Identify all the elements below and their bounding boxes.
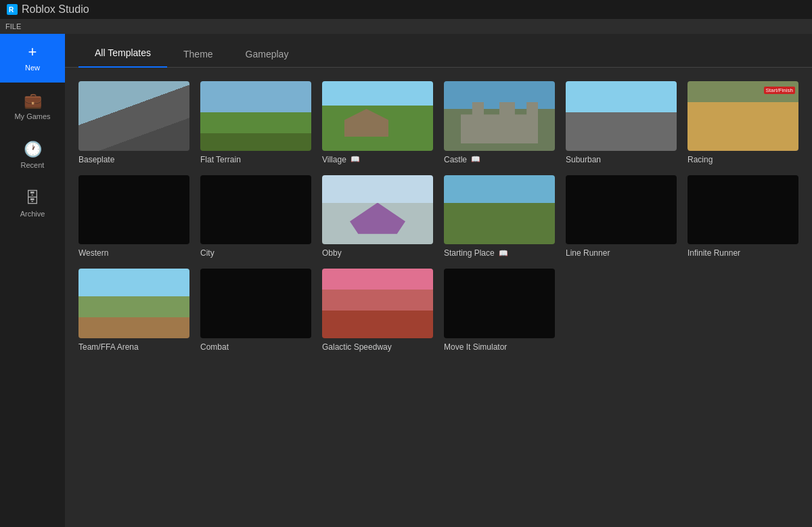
template-galactic-speedway[interactable]: Galactic Speedway bbox=[322, 269, 433, 352]
template-castle[interactable]: Castle 📖 bbox=[444, 81, 555, 164]
tab-gameplay[interactable]: Gameplay bbox=[229, 41, 305, 68]
template-team-ffa-arena-label: Team/FFA Arena bbox=[78, 342, 189, 352]
template-racing-thumb bbox=[687, 81, 798, 151]
template-starting-place[interactable]: Starting Place 📖 bbox=[444, 175, 555, 258]
clock-icon: 🕐 bbox=[24, 142, 42, 157]
tabs-bar: All Templates Theme Gameplay bbox=[65, 34, 812, 68]
template-infinite-runner-thumb bbox=[687, 175, 798, 245]
template-flat-terrain-label: Flat Terrain bbox=[200, 155, 311, 164]
template-team-ffa-arena[interactable]: Team/FFA Arena bbox=[78, 269, 189, 352]
archive-icon: 🗄 bbox=[25, 191, 40, 206]
template-starting-place-label: Starting Place 📖 bbox=[444, 248, 555, 258]
template-village-label: Village 📖 bbox=[322, 155, 433, 164]
sidebar: + New 💼 My Games 🕐 Recent 🗄 Archive bbox=[0, 34, 65, 527]
template-move-it-simulator[interactable]: Move It Simulator bbox=[444, 269, 555, 352]
template-western-thumb bbox=[78, 175, 189, 245]
template-flat-terrain-thumb bbox=[200, 81, 311, 151]
templates-grid: Baseplate Flat Terrain Village 📖 bbox=[78, 81, 798, 352]
tab-theme[interactable]: Theme bbox=[167, 41, 229, 68]
template-baseplate-thumb bbox=[78, 81, 189, 151]
template-baseplate-label: Baseplate bbox=[78, 155, 189, 164]
sidebar-item-new[interactable]: + New bbox=[0, 34, 65, 83]
template-racing-label: Racing bbox=[687, 155, 798, 164]
template-starting-place-thumb bbox=[444, 175, 555, 245]
starting-place-book-icon: 📖 bbox=[499, 249, 508, 258]
briefcase-icon: 💼 bbox=[24, 93, 42, 108]
template-village-thumb bbox=[322, 81, 433, 151]
template-obby[interactable]: Obby bbox=[322, 175, 433, 258]
sidebar-item-archive-label: Archive bbox=[20, 210, 45, 218]
template-suburban-label: Suburban bbox=[566, 155, 677, 164]
village-book-icon: 📖 bbox=[351, 155, 360, 164]
roblox-logo-icon: R bbox=[7, 4, 18, 15]
templates-area: Baseplate Flat Terrain Village 📖 bbox=[65, 68, 812, 527]
template-castle-label: Castle 📖 bbox=[444, 155, 555, 164]
template-combat-label: Combat bbox=[200, 342, 311, 352]
template-western[interactable]: Western bbox=[78, 175, 189, 258]
content-area: All Templates Theme Gameplay Baseplate F… bbox=[65, 34, 812, 527]
template-infinite-runner-label: Infinite Runner bbox=[687, 248, 798, 258]
svg-text:R: R bbox=[9, 6, 14, 14]
template-line-runner[interactable]: Line Runner bbox=[566, 175, 677, 258]
template-city[interactable]: City bbox=[200, 175, 311, 258]
template-team-ffa-arena-thumb bbox=[78, 269, 189, 338]
template-move-it-simulator-label: Move It Simulator bbox=[444, 342, 555, 352]
template-castle-thumb bbox=[444, 81, 555, 151]
sidebar-item-my-games[interactable]: 💼 My Games bbox=[0, 83, 65, 131]
template-suburban-thumb bbox=[566, 81, 677, 151]
app-title: Roblox Studio bbox=[22, 3, 89, 16]
sidebar-item-recent[interactable]: 🕐 Recent bbox=[0, 131, 65, 180]
template-line-runner-label: Line Runner bbox=[566, 248, 677, 258]
plus-icon: + bbox=[28, 45, 37, 60]
castle-book-icon: 📖 bbox=[471, 155, 480, 164]
main-layout: + New 💼 My Games 🕐 Recent 🗄 Archive All … bbox=[0, 34, 812, 527]
sidebar-item-archive[interactable]: 🗄 Archive bbox=[0, 180, 65, 229]
template-western-label: Western bbox=[78, 248, 189, 258]
template-village[interactable]: Village 📖 bbox=[322, 81, 433, 164]
title-bar: R Roblox Studio bbox=[0, 0, 812, 19]
sidebar-item-new-label: New bbox=[25, 64, 40, 72]
template-move-it-simulator-thumb bbox=[444, 269, 555, 338]
template-city-thumb bbox=[200, 175, 311, 245]
sidebar-item-recent-label: Recent bbox=[21, 161, 45, 169]
template-racing[interactable]: Racing bbox=[687, 81, 798, 164]
template-baseplate[interactable]: Baseplate bbox=[78, 81, 189, 164]
template-line-runner-thumb bbox=[566, 175, 677, 245]
template-combat[interactable]: Combat bbox=[200, 269, 311, 352]
template-suburban[interactable]: Suburban bbox=[566, 81, 677, 164]
tab-all-templates[interactable]: All Templates bbox=[78, 39, 167, 68]
template-obby-thumb bbox=[322, 175, 433, 245]
template-city-label: City bbox=[200, 248, 311, 258]
menu-bar: FILE bbox=[0, 19, 812, 34]
sidebar-item-my-games-label: My Games bbox=[14, 112, 50, 120]
file-menu[interactable]: FILE bbox=[5, 22, 21, 30]
template-galactic-speedway-thumb bbox=[322, 269, 433, 338]
template-flat-terrain[interactable]: Flat Terrain bbox=[200, 81, 311, 164]
template-galactic-speedway-label: Galactic Speedway bbox=[322, 342, 433, 352]
template-combat-thumb bbox=[200, 269, 311, 338]
template-infinite-runner[interactable]: Infinite Runner bbox=[687, 175, 798, 258]
template-obby-label: Obby bbox=[322, 248, 433, 258]
